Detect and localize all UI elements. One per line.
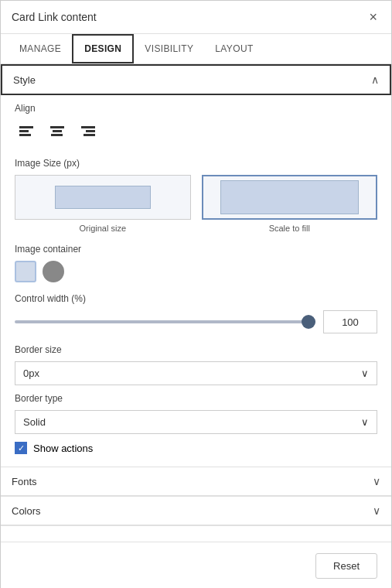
border-size-field: Border size 0px ∨ <box>15 344 377 385</box>
border-type-chevron-icon: ∨ <box>361 416 369 428</box>
reset-button[interactable]: Reset <box>315 553 377 579</box>
show-actions-checkbox[interactable]: ✓ <box>15 442 27 454</box>
svg-rect-6 <box>81 126 95 128</box>
colors-section-label: Colors <box>12 505 41 517</box>
panel-body: Style ∧ Align <box>1 64 391 542</box>
style-chevron-icon: ∧ <box>371 74 379 86</box>
swatch-gray[interactable] <box>43 261 64 282</box>
align-center-icon <box>49 123 66 140</box>
panel-title: Card Link content <box>12 11 97 23</box>
style-section-content: Align <box>1 95 391 467</box>
style-section-label: Style <box>13 74 36 86</box>
border-size-label: Border size <box>15 344 377 355</box>
image-size-scale-box <box>202 175 378 220</box>
align-right-icon <box>80 123 97 140</box>
align-row <box>15 120 377 147</box>
check-icon: ✓ <box>18 443 25 453</box>
align-center-button[interactable] <box>46 120 69 147</box>
align-left-button[interactable] <box>15 120 38 147</box>
control-width-label: Control width (%) <box>15 293 377 304</box>
border-type-dropdown[interactable]: Solid ∨ <box>15 410 377 434</box>
border-size-value: 0px <box>23 368 39 379</box>
border-type-label: Border type <box>15 393 377 404</box>
control-width-field: Control width (%) 100 <box>15 293 377 333</box>
panel-footer: Reset <box>1 542 391 588</box>
svg-rect-7 <box>86 130 95 132</box>
tab-layout[interactable]: LAYOUT <box>204 34 264 63</box>
fonts-chevron-icon: ∨ <box>373 475 380 487</box>
colors-chevron-icon: ∨ <box>373 504 380 517</box>
align-left-icon <box>18 123 35 140</box>
image-container-row <box>15 261 377 282</box>
svg-rect-3 <box>50 126 64 128</box>
svg-rect-5 <box>51 134 63 136</box>
fonts-section-label: Fonts <box>12 476 37 487</box>
image-size-field: Image Size (px) Original size <box>15 158 377 233</box>
tab-bar: MANAGE DESIGN VISIBILITY LAYOUT <box>1 34 391 64</box>
svg-rect-0 <box>19 126 33 128</box>
style-section: Style ∧ Align <box>1 64 391 467</box>
card-link-panel: Card Link content × MANAGE DESIGN VISIBI… <box>0 0 392 588</box>
colors-section-header[interactable]: Colors ∨ <box>1 497 391 525</box>
svg-rect-4 <box>53 130 62 132</box>
image-container-field: Image container <box>15 244 377 282</box>
align-label: Align <box>15 103 377 114</box>
scale-rect <box>220 180 359 214</box>
tab-manage[interactable]: MANAGE <box>9 34 72 63</box>
control-width-slider[interactable] <box>15 320 315 323</box>
image-size-row: Original size Scale to fill <box>15 175 377 233</box>
colors-section: Colors ∨ <box>1 497 391 526</box>
show-actions-row: ✓ Show actions <box>15 442 377 454</box>
swatch-light-blue[interactable] <box>15 261 36 282</box>
border-size-dropdown[interactable]: 0px ∨ <box>15 361 377 385</box>
border-size-chevron-icon: ∨ <box>361 368 369 379</box>
svg-rect-8 <box>84 134 95 136</box>
svg-rect-1 <box>19 130 29 132</box>
close-button[interactable]: × <box>366 9 380 26</box>
svg-rect-2 <box>19 134 31 136</box>
image-container-label: Image container <box>15 244 377 255</box>
control-width-value: 100 <box>323 310 377 333</box>
tab-visibility[interactable]: VISIBILITY <box>134 34 204 63</box>
image-size-original-box <box>15 175 191 220</box>
fonts-section-header[interactable]: Fonts ∨ <box>1 467 391 496</box>
border-type-field: Border type Solid ∨ <box>15 393 377 434</box>
image-size-scale[interactable]: Scale to fill <box>202 175 378 233</box>
original-rect <box>55 186 151 210</box>
image-size-label: Image Size (px) <box>15 158 377 169</box>
image-size-scale-label: Scale to fill <box>269 224 310 233</box>
image-size-original[interactable]: Original size <box>15 175 191 233</box>
border-type-value: Solid <box>23 416 46 428</box>
fonts-section: Fonts ∨ <box>1 467 391 497</box>
image-size-original-label: Original size <box>79 224 126 233</box>
align-field: Align <box>15 103 377 147</box>
slider-row: 100 <box>15 310 377 333</box>
show-actions-label: Show actions <box>33 443 93 454</box>
tab-design[interactable]: DESIGN <box>72 34 134 63</box>
align-right-button[interactable] <box>77 120 100 147</box>
panel-header: Card Link content × <box>1 1 391 34</box>
style-section-header[interactable]: Style ∧ <box>1 64 391 95</box>
